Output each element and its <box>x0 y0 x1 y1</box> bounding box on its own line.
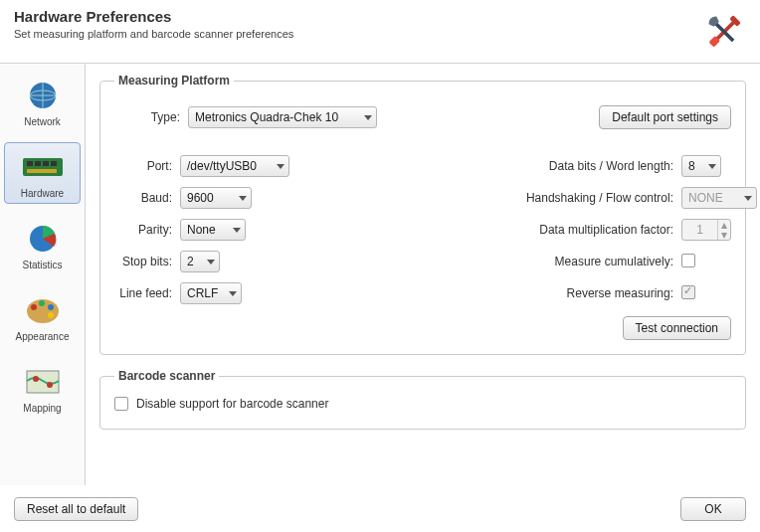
chevron-down-icon <box>233 228 241 233</box>
port-label: Port: <box>114 159 172 173</box>
barcode-scanner-group: Barcode scanner Disable support for barc… <box>99 369 746 430</box>
disable-barcode-checkbox[interactable] <box>114 397 128 411</box>
svg-rect-10 <box>51 161 57 166</box>
sidebar-item-network[interactable]: Network <box>4 71 81 132</box>
sidebar-item-appearance[interactable]: Appearance <box>4 285 81 347</box>
tools-icon <box>702 10 746 54</box>
pie-chart-icon <box>21 221 65 257</box>
reverse-label: Reverse measuring: <box>299 286 673 300</box>
page-header: Hardware Preferences Set measuring platf… <box>0 0 760 64</box>
handshake-label: Handshaking / Flow control: <box>299 191 673 205</box>
chevron-down-icon <box>239 196 247 201</box>
sidebar-item-mapping[interactable]: Mapping <box>4 357 81 419</box>
svg-point-15 <box>39 300 45 306</box>
linefeed-label: Line feed: <box>114 286 172 300</box>
map-icon <box>21 364 65 400</box>
chevron-down-icon <box>277 164 285 169</box>
baud-label: Baud: <box>114 191 172 205</box>
svg-point-20 <box>47 382 53 388</box>
mult-label: Data multiplication factor: <box>299 223 673 237</box>
databits-label: Data bits / Word length: <box>299 159 673 173</box>
svg-rect-11 <box>27 169 57 173</box>
content-pane: Measuring Platform Type: Metronics Quadr… <box>86 64 760 485</box>
test-connection-button[interactable]: Test connection <box>623 316 731 340</box>
reset-all-button[interactable]: Reset all to default <box>14 497 138 521</box>
svg-rect-8 <box>35 161 41 166</box>
type-label: Type: <box>114 110 180 124</box>
sidebar-item-label: Hardware <box>21 188 64 199</box>
measuring-platform-legend: Measuring Platform <box>114 74 234 88</box>
sidebar-item-label: Appearance <box>16 331 70 342</box>
svg-point-17 <box>48 312 54 318</box>
type-value: Metronics Quadra-Chek 10 <box>195 110 338 124</box>
page-title: Hardware Preferences <box>14 8 746 25</box>
sidebar: Network Hardware Statistics Appearance M… <box>0 64 86 485</box>
mult-spinner: 1 ▴▾ <box>681 219 731 241</box>
svg-rect-9 <box>43 161 49 166</box>
port-select[interactable]: /dev/ttyUSB0 <box>180 155 289 177</box>
svg-point-19 <box>33 376 39 382</box>
linefeed-select[interactable]: CRLF <box>180 282 242 304</box>
palette-icon <box>21 292 65 328</box>
disable-barcode-label: Disable support for barcode scanner <box>136 397 328 411</box>
page-subtitle: Set measuring platform and barcode scann… <box>14 28 746 40</box>
sidebar-item-label: Statistics <box>22 260 62 270</box>
sidebar-item-label: Network <box>24 116 61 127</box>
stopbits-select[interactable]: 2 <box>180 251 220 272</box>
default-port-settings-button[interactable]: Default port settings <box>599 105 731 129</box>
ok-button[interactable]: OK <box>680 497 746 521</box>
svg-point-16 <box>48 304 54 310</box>
footer: Reset all to default OK <box>0 485 760 531</box>
baud-select[interactable]: 9600 <box>180 187 252 209</box>
circuit-board-icon <box>21 149 65 185</box>
svg-rect-6 <box>23 158 63 176</box>
parity-label: Parity: <box>114 223 172 237</box>
chevron-down-icon <box>229 291 237 296</box>
chevron-down-icon <box>744 196 752 201</box>
sidebar-item-hardware[interactable]: Hardware <box>4 142 81 204</box>
databits-select[interactable]: 8 <box>681 155 721 177</box>
reverse-checkbox <box>681 285 695 299</box>
sidebar-item-label: Mapping <box>23 403 61 414</box>
chevron-down-icon <box>207 260 215 265</box>
stopbits-label: Stop bits: <box>114 255 172 268</box>
barcode-legend: Barcode scanner <box>114 369 219 383</box>
chevron-down-icon <box>708 164 716 169</box>
svg-point-14 <box>31 304 37 310</box>
cumulative-label: Measure cumulatively: <box>299 255 673 268</box>
sidebar-item-statistics[interactable]: Statistics <box>4 214 81 275</box>
parity-select[interactable]: None <box>180 219 246 241</box>
svg-rect-7 <box>27 161 33 166</box>
cumulative-checkbox[interactable] <box>681 254 695 267</box>
globe-icon <box>21 78 65 113</box>
handshake-select: NONE <box>681 187 757 209</box>
measuring-platform-group: Measuring Platform Type: Metronics Quadr… <box>99 74 746 355</box>
chevron-down-icon <box>364 115 372 120</box>
type-select[interactable]: Metronics Quadra-Chek 10 <box>188 106 377 128</box>
